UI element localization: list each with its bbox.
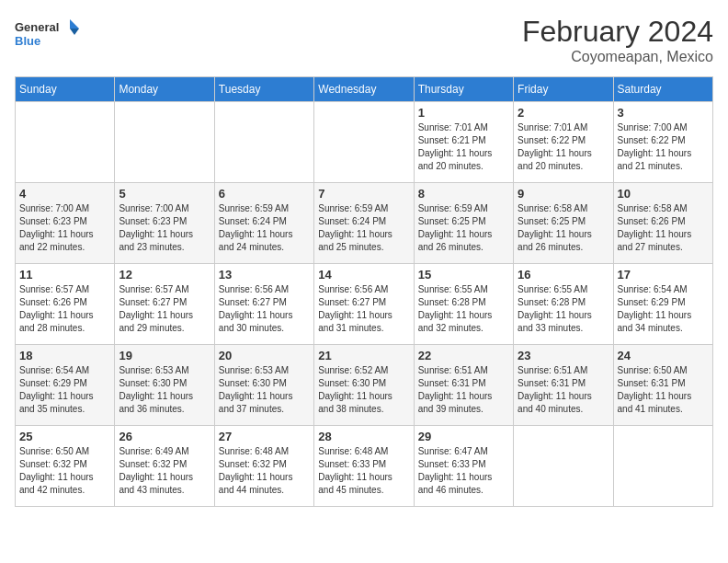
title-area: February 2024 Coyomeapan, Mexico	[522, 15, 713, 65]
day-info: Sunrise: 6:58 AMSunset: 6:26 PMDaylight:…	[618, 202, 709, 254]
calendar-cell: 21Sunrise: 6:52 AMSunset: 6:30 PMDayligh…	[314, 345, 414, 426]
header-cell-sunday: Sunday	[16, 77, 115, 102]
day-number: 3	[618, 106, 709, 120]
location-title: Coyomeapan, Mexico	[522, 49, 713, 65]
day-number: 23	[518, 349, 609, 362]
calendar-cell: 2Sunrise: 7:01 AMSunset: 6:22 PMDaylight…	[514, 102, 613, 183]
calendar-header-row: SundayMondayTuesdayWednesdayThursdayFrid…	[16, 77, 713, 102]
calendar-cell: 17Sunrise: 6:54 AMSunset: 6:29 PMDayligh…	[613, 264, 712, 345]
day-number: 5	[119, 187, 210, 201]
day-number: 19	[119, 349, 210, 362]
calendar-table: SundayMondayTuesdayWednesdayThursdayFrid…	[15, 76, 713, 507]
day-number: 27	[219, 430, 310, 443]
day-number: 7	[318, 187, 409, 201]
calendar-cell: 6Sunrise: 6:59 AMSunset: 6:24 PMDaylight…	[214, 183, 313, 264]
day-info: Sunrise: 6:52 AMSunset: 6:30 PMDaylight:…	[318, 364, 409, 416]
day-info: Sunrise: 7:01 AMSunset: 6:22 PMDaylight:…	[518, 121, 609, 173]
day-info: Sunrise: 7:00 AMSunset: 6:22 PMDaylight:…	[618, 121, 709, 173]
calendar-cell: 11Sunrise: 6:57 AMSunset: 6:26 PMDayligh…	[16, 264, 115, 345]
calendar-cell: 26Sunrise: 6:49 AMSunset: 6:32 PMDayligh…	[115, 426, 214, 507]
day-number: 1	[418, 106, 509, 120]
day-number: 4	[19, 187, 110, 201]
calendar-cell: 4Sunrise: 7:00 AMSunset: 6:23 PMDaylight…	[16, 183, 115, 264]
calendar-cell	[214, 102, 313, 183]
day-info: Sunrise: 6:57 AMSunset: 6:26 PMDaylight:…	[19, 283, 110, 335]
calendar-cell: 13Sunrise: 6:56 AMSunset: 6:27 PMDayligh…	[214, 264, 313, 345]
calendar-cell: 7Sunrise: 6:59 AMSunset: 6:24 PMDaylight…	[314, 183, 414, 264]
calendar-cell: 24Sunrise: 6:50 AMSunset: 6:31 PMDayligh…	[613, 345, 712, 426]
calendar-cell: 15Sunrise: 6:55 AMSunset: 6:28 PMDayligh…	[414, 264, 513, 345]
day-number: 15	[418, 268, 509, 282]
day-info: Sunrise: 6:49 AMSunset: 6:32 PMDaylight:…	[119, 445, 210, 497]
day-info: Sunrise: 6:48 AMSunset: 6:32 PMDaylight:…	[219, 445, 310, 497]
calendar-cell: 14Sunrise: 6:56 AMSunset: 6:27 PMDayligh…	[314, 264, 414, 345]
calendar-cell: 23Sunrise: 6:51 AMSunset: 6:31 PMDayligh…	[514, 345, 613, 426]
calendar-cell: 5Sunrise: 7:00 AMSunset: 6:23 PMDaylight…	[115, 183, 214, 264]
calendar-cell: 20Sunrise: 6:53 AMSunset: 6:30 PMDayligh…	[214, 345, 313, 426]
day-info: Sunrise: 6:54 AMSunset: 6:29 PMDaylight:…	[618, 283, 709, 335]
day-info: Sunrise: 6:59 AMSunset: 6:24 PMDaylight:…	[318, 202, 409, 254]
day-info: Sunrise: 6:54 AMSunset: 6:29 PMDaylight:…	[19, 364, 110, 416]
day-info: Sunrise: 6:58 AMSunset: 6:25 PMDaylight:…	[518, 202, 609, 254]
calendar-cell: 16Sunrise: 6:55 AMSunset: 6:28 PMDayligh…	[514, 264, 613, 345]
day-number: 24	[618, 349, 709, 362]
svg-marker-2	[70, 19, 79, 29]
day-info: Sunrise: 7:00 AMSunset: 6:23 PMDaylight:…	[19, 202, 110, 254]
day-number: 10	[618, 187, 709, 201]
svg-text:General: General	[15, 20, 59, 34]
day-info: Sunrise: 6:48 AMSunset: 6:33 PMDaylight:…	[318, 445, 409, 497]
calendar-week-row: 4Sunrise: 7:00 AMSunset: 6:23 PMDaylight…	[16, 183, 713, 264]
day-info: Sunrise: 6:47 AMSunset: 6:33 PMDaylight:…	[418, 445, 509, 497]
calendar-week-row: 11Sunrise: 6:57 AMSunset: 6:26 PMDayligh…	[16, 264, 713, 345]
calendar-week-row: 25Sunrise: 6:50 AMSunset: 6:32 PMDayligh…	[16, 426, 713, 507]
day-info: Sunrise: 7:01 AMSunset: 6:21 PMDaylight:…	[418, 121, 509, 173]
day-info: Sunrise: 7:00 AMSunset: 6:23 PMDaylight:…	[119, 202, 210, 254]
calendar-week-row: 18Sunrise: 6:54 AMSunset: 6:29 PMDayligh…	[16, 345, 713, 426]
header-cell-friday: Friday	[514, 77, 613, 102]
calendar-cell: 8Sunrise: 6:59 AMSunset: 6:25 PMDaylight…	[414, 183, 513, 264]
calendar-cell: 3Sunrise: 7:00 AMSunset: 6:22 PMDaylight…	[613, 102, 712, 183]
day-info: Sunrise: 6:53 AMSunset: 6:30 PMDaylight:…	[219, 364, 310, 416]
calendar-cell	[514, 426, 613, 507]
day-info: Sunrise: 6:50 AMSunset: 6:31 PMDaylight:…	[618, 364, 709, 416]
calendar-cell	[16, 102, 115, 183]
day-number: 6	[219, 187, 310, 201]
month-title: February 2024	[522, 15, 713, 49]
header-cell-saturday: Saturday	[613, 77, 712, 102]
day-number: 16	[518, 268, 609, 282]
day-number: 22	[418, 349, 509, 362]
day-number: 20	[219, 349, 310, 362]
calendar-cell: 25Sunrise: 6:50 AMSunset: 6:32 PMDayligh…	[16, 426, 115, 507]
day-info: Sunrise: 6:57 AMSunset: 6:27 PMDaylight:…	[119, 283, 210, 335]
calendar-cell	[613, 426, 712, 507]
day-number: 2	[518, 106, 609, 120]
day-number: 28	[318, 430, 409, 443]
calendar-cell: 22Sunrise: 6:51 AMSunset: 6:31 PMDayligh…	[414, 345, 513, 426]
day-info: Sunrise: 6:59 AMSunset: 6:24 PMDaylight:…	[219, 202, 310, 254]
day-number: 14	[318, 268, 409, 282]
calendar-cell: 19Sunrise: 6:53 AMSunset: 6:30 PMDayligh…	[115, 345, 214, 426]
header-cell-thursday: Thursday	[414, 77, 513, 102]
day-info: Sunrise: 6:51 AMSunset: 6:31 PMDaylight:…	[418, 364, 509, 416]
calendar-cell: 27Sunrise: 6:48 AMSunset: 6:32 PMDayligh…	[214, 426, 313, 507]
day-info: Sunrise: 6:51 AMSunset: 6:31 PMDaylight:…	[518, 364, 609, 416]
calendar-cell: 9Sunrise: 6:58 AMSunset: 6:25 PMDaylight…	[514, 183, 613, 264]
svg-marker-3	[70, 29, 79, 35]
day-number: 8	[418, 187, 509, 201]
calendar-cell: 10Sunrise: 6:58 AMSunset: 6:26 PMDayligh…	[613, 183, 712, 264]
calendar-cell	[115, 102, 214, 183]
calendar-cell	[314, 102, 414, 183]
logo-svg: General Blue	[15, 15, 79, 52]
calendar-week-row: 1Sunrise: 7:01 AMSunset: 6:21 PMDaylight…	[16, 102, 713, 183]
day-number: 9	[518, 187, 609, 201]
day-info: Sunrise: 6:55 AMSunset: 6:28 PMDaylight:…	[518, 283, 609, 335]
calendar-cell: 29Sunrise: 6:47 AMSunset: 6:33 PMDayligh…	[414, 426, 513, 507]
day-info: Sunrise: 6:53 AMSunset: 6:30 PMDaylight:…	[119, 364, 210, 416]
day-number: 25	[19, 430, 110, 443]
day-number: 13	[219, 268, 310, 282]
day-number: 17	[618, 268, 709, 282]
day-number: 18	[19, 349, 110, 362]
calendar-cell: 18Sunrise: 6:54 AMSunset: 6:29 PMDayligh…	[16, 345, 115, 426]
day-number: 21	[318, 349, 409, 362]
calendar-cell: 1Sunrise: 7:01 AMSunset: 6:21 PMDaylight…	[414, 102, 513, 183]
